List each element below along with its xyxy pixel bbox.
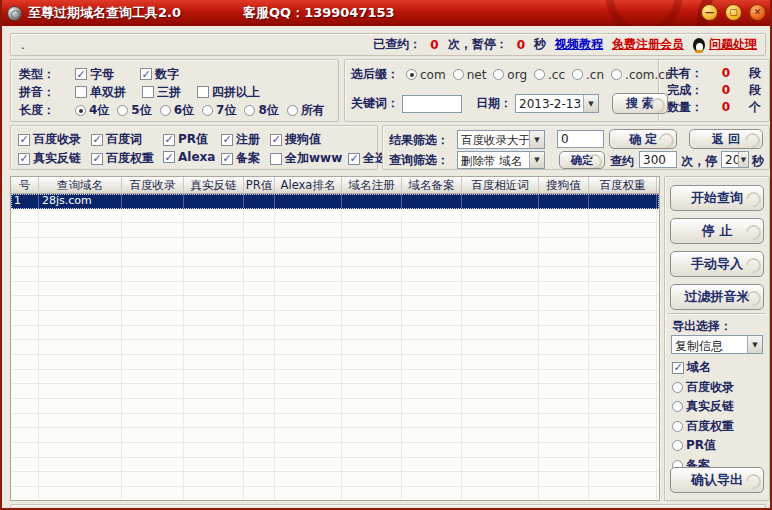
checkbox-baidu-weight[interactable]: ✓百度权重 [91,150,154,167]
export-mode-select[interactable]: 复制信息 ▼ [671,335,763,354]
stats-panel: 共有： 0 段 完成： 0 段 数量： 0 个 [658,60,769,121]
radio-suffix-net[interactable]: net [453,68,487,82]
table-row-selected[interactable]: 1 28js.com [11,194,659,209]
column-header-similar-words[interactable]: 百度相近词 [462,177,539,193]
cell [402,296,462,310]
cell [589,443,657,457]
result-threshold-input[interactable] [557,130,604,148]
maximize-button[interactable]: ▢ [725,4,742,21]
minimize-button[interactable]: — [701,4,718,21]
column-header-backlinks[interactable]: 真实反链 [184,177,244,193]
checkbox-prepend-www[interactable]: ✓全加www [270,150,342,167]
column-header-alexa[interactable]: Alexa排名 [275,177,342,193]
cell [244,209,275,223]
table-row[interactable] [11,399,659,414]
radio-length-5[interactable]: 5位 [117,102,151,119]
table-row[interactable] [11,209,659,224]
table-row[interactable] [11,282,659,297]
cell [462,355,539,369]
cell [184,238,244,252]
video-tutorial-link[interactable]: 视频教程 [555,36,603,53]
column-header-baidu-index[interactable]: 百度收录 [122,177,184,193]
table-row[interactable] [11,472,659,487]
checkbox-registration[interactable]: ✓注册 [221,131,260,148]
table-row[interactable] [11,238,659,253]
column-header-domain[interactable]: 查询域名 [39,177,122,193]
checkbox-four-plus-pinyin[interactable]: ✓四拼以上 [197,84,260,101]
column-header-weight[interactable]: 百度权重 [589,177,657,193]
table-row[interactable] [11,326,659,341]
radio-suffix-com-cn[interactable]: .com.cn [611,68,672,82]
table-row[interactable] [11,340,659,355]
table-row[interactable] [11,296,659,311]
close-button[interactable]: ✕ [749,4,766,21]
checkbox-letters[interactable]: ✓字母 [75,66,114,83]
radio-export-pr[interactable]: PR值 [672,437,734,454]
column-header-pr[interactable]: PR值 [244,177,275,193]
table-row[interactable] [11,384,659,399]
column-header-sogou[interactable]: 搜狗值 [539,177,589,193]
cell [244,311,275,325]
radio-suffix-cc[interactable]: .cc [534,68,565,82]
cell [589,458,657,472]
radio-length-all[interactable]: 所有 [287,102,325,119]
table-row[interactable] [11,355,659,370]
table-row[interactable] [11,458,659,473]
checkbox-export-domain[interactable]: ✓域名 [672,359,734,376]
stop-seconds-select[interactable]: 20 ▼ [721,151,749,168]
query-count-input[interactable] [639,151,677,168]
checkbox-triple-pinyin[interactable]: ✓三拼 [142,84,181,101]
return-button[interactable]: 返 回 [689,129,763,149]
checkbox-box: ✓ [91,153,103,165]
radio-suffix-cn[interactable]: .cn [572,68,604,82]
table-row[interactable] [11,223,659,238]
cell [539,340,589,354]
problem-support-link[interactable]: 问题处理 [709,36,757,53]
radio-export-baidu-index[interactable]: 百度收录 [672,379,734,396]
confirm-export-button[interactable]: 确认导出 [670,467,764,493]
table-row[interactable] [11,253,659,268]
checkbox-baidu-word[interactable]: ✓百度词 [91,131,142,148]
table-row[interactable] [11,414,659,429]
manual-import-button[interactable]: 手动导入 [670,251,764,277]
radio-export-weight[interactable]: 百度权重 [672,418,734,435]
radio-export-backlinks[interactable]: 真实反链 [672,398,734,415]
query-filter-select[interactable]: 删除带 域名 ▼ [457,151,545,169]
column-header-registration[interactable]: 域名注册 [342,177,402,193]
table-row[interactable] [11,428,659,443]
search-button[interactable]: 搜 索 [612,93,668,114]
start-query-button[interactable]: 开始查询 [670,185,764,211]
checkbox-icp-record[interactable]: ✓备案 [221,150,260,167]
checkbox-alexa[interactable]: ✓Alexa [163,150,215,164]
result-filter-select[interactable]: 百度收录大于 ▼ [457,130,545,149]
checkbox-sogou-value[interactable]: ✓搜狗值 [270,131,321,148]
filter-pinyin-button[interactable]: 过滤拼音米 [670,284,764,310]
radio-length-7[interactable]: 7位 [202,102,236,119]
column-header-num[interactable]: 号 [11,177,39,193]
radio-suffix-org[interactable]: org [493,68,527,82]
checkbox-digits[interactable]: ✓数字 [140,66,179,83]
cell [589,472,657,486]
stop-button[interactable]: 停 止 [670,218,764,244]
table-row[interactable] [11,370,659,385]
keyword-input[interactable] [402,95,462,113]
cell [342,458,402,472]
checkbox-baidu-index[interactable]: ✓百度收录 [18,131,81,148]
result-confirm-button[interactable]: 确 定 [609,129,677,149]
table-row[interactable] [11,267,659,282]
column-header-icp[interactable]: 域名备案 [402,177,462,193]
radio-length-6[interactable]: 6位 [160,102,194,119]
radio-suffix-com[interactable]: com [406,68,446,82]
checkbox-real-backlinks[interactable]: ✓真实反链 [18,150,81,167]
table-row[interactable] [11,487,659,501]
register-member-link[interactable]: 免费注册会员 [612,36,684,53]
radio-length-4[interactable]: 4位 [75,102,109,119]
table-row[interactable] [11,443,659,458]
table-row[interactable] [11,311,659,326]
bottom-panel-edge [10,504,766,510]
date-select[interactable]: 2013-2-13 ▼ [515,94,599,113]
query-confirm-button[interactable]: 确定 [559,151,605,169]
checkbox-pr-value[interactable]: ✓PR值 [163,131,208,148]
checkbox-single-double-pinyin[interactable]: ✓单双拼 [75,84,126,101]
radio-length-8[interactable]: 8位 [244,102,278,119]
